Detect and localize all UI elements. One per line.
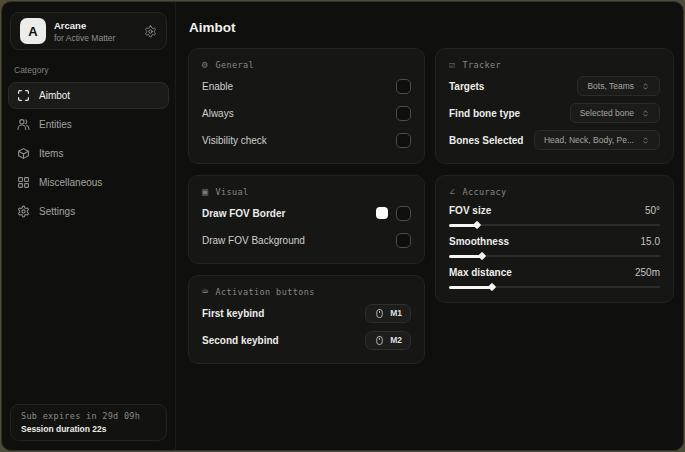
draw-fov-background-checkbox[interactable]: [396, 233, 411, 248]
row-label: Find bone type: [449, 108, 520, 119]
bones-selected-select[interactable]: Head, Neck, Body, Pe...: [534, 130, 660, 150]
row-label: First keybind: [202, 308, 264, 319]
users-icon: [17, 118, 30, 131]
unfold-icon: [641, 109, 650, 118]
sidebar-item-miscellaneous[interactable]: Miscellaneous: [8, 169, 169, 196]
accuracy-card: ∠ Accuracy FOV size 50°: [435, 175, 674, 303]
sidebar-item-label: Items: [39, 148, 63, 159]
slider-thumb[interactable]: [488, 283, 496, 291]
row-fov-size: FOV size 50°: [449, 205, 660, 228]
general-card-header: ⚙ General: [202, 60, 411, 70]
row-label: Enable: [202, 81, 233, 92]
row-first-keybind: First keybind M1: [202, 302, 411, 324]
row-label: Second keybind: [202, 335, 279, 346]
row-second-keybind: Second keybind M2: [202, 329, 411, 351]
category-label: Category: [14, 65, 175, 75]
smoothness-value: 15.0: [641, 236, 660, 247]
row-enable: Enable: [202, 75, 411, 97]
row-label: Draw FOV Border: [202, 208, 285, 219]
fov-size-value: 50°: [645, 205, 660, 216]
max-distance-slider[interactable]: [449, 284, 660, 290]
row-label: Visibility check: [202, 135, 267, 146]
row-draw-fov-background: Draw FOV Background: [202, 229, 411, 251]
image-square-icon: ▣: [202, 187, 208, 197]
row-label: Bones Selected: [449, 135, 523, 146]
card-header-label: Visual: [215, 187, 248, 197]
max-distance-value: 250m: [635, 267, 660, 278]
page-title: Aimbot: [189, 20, 674, 35]
draw-fov-border-checkbox[interactable]: [396, 206, 411, 221]
always-checkbox[interactable]: [396, 106, 411, 121]
row-label: Smoothness: [449, 236, 509, 247]
first-keybind-button[interactable]: M1: [365, 304, 411, 323]
sidebar-item-settings[interactable]: Settings: [8, 198, 169, 225]
select-value: Selected bone: [580, 108, 634, 118]
sidebar-item-items[interactable]: Items: [8, 140, 169, 167]
mouse-icon: [374, 308, 385, 319]
row-draw-fov-border: Draw FOV Border: [202, 202, 411, 224]
sidebar-item-label: Entities: [39, 119, 72, 130]
keyboard-icon: ⌨: [202, 287, 208, 297]
smoothness-slider[interactable]: [449, 253, 660, 259]
targets-select[interactable]: Bots, Teams: [577, 76, 660, 96]
mouse-icon: [374, 335, 385, 346]
brand-text: Arcane for Active Matter: [54, 20, 115, 43]
activation-buttons-card: ⌨ Activation buttons First keybind M1 Se…: [188, 275, 425, 364]
activation-card-header: ⌨ Activation buttons: [202, 287, 411, 297]
brand-card: A Arcane for Active Matter: [10, 12, 167, 50]
row-label: Draw FOV Background: [202, 235, 305, 246]
visibility-check-checkbox[interactable]: [396, 133, 411, 148]
sidebar: A Arcane for Active Matter Category Aimb…: [2, 2, 176, 450]
general-card: ⚙ General Enable Always Visibility check: [188, 48, 425, 164]
row-max-distance: Max distance 250m: [449, 267, 660, 290]
keybind-value: M1: [390, 308, 402, 318]
card-header-label: Activation buttons: [215, 287, 314, 297]
package-box-icon: [17, 147, 30, 160]
row-label: FOV size: [449, 205, 491, 216]
gear-icon: ⚙: [202, 60, 208, 70]
select-value: Bots, Teams: [587, 81, 634, 91]
card-header-label: Tracker: [462, 60, 501, 70]
category-nav: Aimbot Entities Items Miscellaneous: [2, 81, 175, 226]
row-label: Always: [202, 108, 234, 119]
slider-thumb[interactable]: [477, 252, 485, 260]
tracker-card: ☑ Tracker Targets Bots, Teams Find bone …: [435, 48, 674, 164]
row-targets: Targets Bots, Teams: [449, 75, 660, 97]
gear-icon[interactable]: [144, 25, 157, 38]
row-find-bone-type: Find bone type Selected bone: [449, 102, 660, 124]
second-keybind-button[interactable]: M2: [365, 331, 411, 350]
gear-icon: [17, 205, 30, 218]
checkbox-square-icon: ☑: [449, 60, 455, 70]
sidebar-item-aimbot[interactable]: Aimbot: [8, 82, 169, 109]
sidebar-item-entities[interactable]: Entities: [8, 111, 169, 138]
slider-thumb[interactable]: [473, 221, 481, 229]
find-bone-type-select[interactable]: Selected bone: [570, 103, 660, 123]
brand-name: Arcane: [54, 20, 115, 31]
brand-subtitle: for Active Matter: [54, 33, 115, 43]
arcane-window: A Arcane for Active Matter Category Aimb…: [1, 1, 684, 451]
row-visibility-check: Visibility check: [202, 129, 411, 151]
scan-crosshair-icon: [17, 89, 30, 102]
sidebar-item-label: Aimbot: [39, 90, 70, 101]
fov-border-color-swatch[interactable]: [376, 207, 388, 219]
select-value: Head, Neck, Body, Pe...: [544, 135, 634, 145]
row-always: Always: [202, 102, 411, 124]
angle-icon: ∠: [449, 187, 455, 197]
arcane-logo: A: [20, 18, 46, 44]
row-label: Max distance: [449, 267, 512, 278]
card-header-label: General: [215, 60, 254, 70]
accuracy-card-header: ∠ Accuracy: [449, 187, 660, 197]
row-label: Targets: [449, 81, 484, 92]
fov-size-slider[interactable]: [449, 222, 660, 228]
session-duration-text: Session duration 22s: [21, 424, 156, 434]
keybind-value: M2: [390, 335, 402, 345]
visual-card: ▣ Visual Draw FOV Border Draw FOV Backgr…: [188, 175, 425, 264]
card-header-label: Accuracy: [462, 187, 506, 197]
enable-checkbox[interactable]: [396, 79, 411, 94]
visual-card-header: ▣ Visual: [202, 187, 411, 197]
main-content: Aimbot ⚙ General Enable Always: [176, 2, 684, 450]
unfold-icon: [641, 136, 650, 145]
unfold-icon: [641, 82, 650, 91]
sub-expires-text: Sub expires in 29d 09h: [21, 411, 156, 421]
sidebar-item-label: Miscellaneous: [39, 177, 102, 188]
